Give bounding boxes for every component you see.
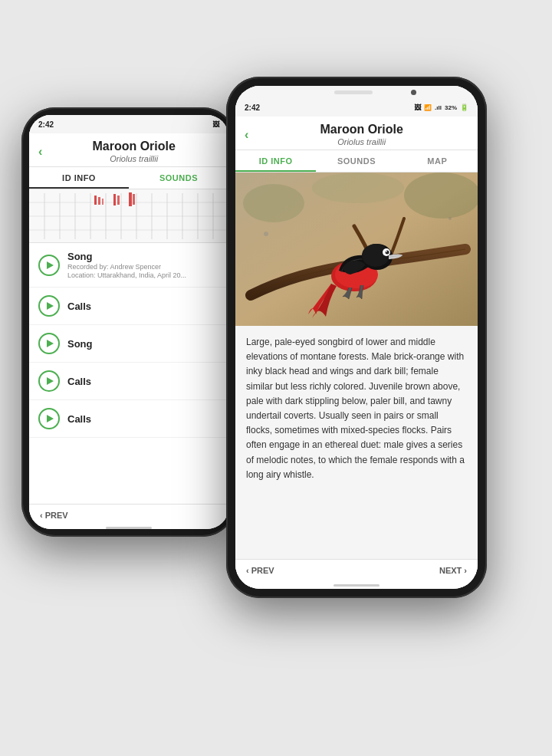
back-sound-meta-0b: Location: Uttarakhand, India, April 20..… <box>67 271 219 279</box>
svg-rect-22 <box>133 194 135 205</box>
back-waveform <box>29 189 228 243</box>
front-description-text: Large, pale-eyed songbird of lower and m… <box>246 335 467 482</box>
back-sound-meta-0a: Recorded by: Andrew Spencer <box>67 263 219 271</box>
front-status-bar: 2:42 🖼 📶 .ıll 32% 🔋 <box>235 98 478 117</box>
front-tab-map[interactable]: MAP <box>397 150 478 172</box>
back-phone: 2:42 🖼 ‹ Maroon Oriole Oriolus traillii <box>21 107 236 537</box>
back-tab-sounds[interactable]: SOUNDS <box>129 167 228 189</box>
back-sound-title-4: Calls <box>67 413 219 425</box>
back-tabs: ID INFO SOUNDS <box>29 167 228 189</box>
svg-point-26 <box>312 173 404 203</box>
back-sound-title-3: Calls <box>67 376 219 387</box>
svg-point-36 <box>449 217 452 220</box>
front-bottom-nav: ‹ PREV NEXT › <box>235 559 478 581</box>
front-app-header: ‹ Maroon Oriole Oriolus traillii <box>235 117 478 150</box>
back-play-btn-4[interactable] <box>38 408 60 429</box>
back-sound-item-1[interactable]: Calls <box>29 288 228 325</box>
back-sound-item-0[interactable]: Song Recorded by: Andrew Spencer Locatio… <box>29 243 228 288</box>
back-play-btn-1[interactable] <box>38 295 60 317</box>
front-wifi-icon: 📶 <box>424 104 432 111</box>
back-sound-item-4[interactable]: Calls <box>29 400 228 438</box>
back-bottom-nav: ‹ PREV <box>29 504 228 526</box>
svg-rect-17 <box>98 197 100 205</box>
front-battery-label: 32% <box>445 104 457 111</box>
svg-rect-18 <box>102 199 104 205</box>
back-sound-title-1: Calls <box>67 301 219 312</box>
back-status-icons: 🖼 <box>212 120 219 128</box>
front-next-button[interactable]: NEXT › <box>439 566 467 575</box>
front-battery-icon: 🔋 <box>460 104 468 111</box>
back-sounds-list: Song Recorded by: Andrew Spencer Locatio… <box>29 243 228 504</box>
front-signal-icon: .ıll <box>435 104 442 111</box>
front-bird-image <box>235 173 478 326</box>
back-play-icon-4 <box>47 415 54 422</box>
front-earpiece <box>334 90 373 94</box>
front-home-bar-container <box>235 581 478 589</box>
front-camera-area <box>235 86 478 98</box>
back-time: 2:42 <box>38 120 54 129</box>
back-tab-id-info[interactable]: ID INFO <box>29 167 129 189</box>
svg-rect-20 <box>117 196 120 205</box>
svg-point-25 <box>404 173 478 219</box>
back-app-header: ‹ Maroon Oriole Oriolus traillii <box>29 133 228 167</box>
back-prev-button[interactable]: ‹ PREV <box>40 511 68 520</box>
svg-point-35 <box>264 232 268 236</box>
svg-rect-21 <box>129 192 132 206</box>
svg-rect-16 <box>94 196 97 205</box>
front-tab-id-info[interactable]: ID INFO <box>235 150 316 172</box>
back-sound-title-0: Song <box>67 251 219 262</box>
back-play-icon-0 <box>47 261 54 269</box>
scene: 2:42 🖼 ‹ Maroon Oriole Oriolus traillii <box>0 0 552 756</box>
svg-point-34 <box>386 251 387 252</box>
svg-rect-19 <box>113 194 116 205</box>
front-tab-sounds[interactable]: SOUNDS <box>316 150 396 172</box>
svg-point-24 <box>243 184 304 222</box>
front-bird-latin: Oriolus traillii <box>255 137 468 146</box>
front-time: 2:42 <box>245 104 260 112</box>
front-image-icon: 🖼 <box>414 104 421 111</box>
front-tabs: ID INFO SOUNDS MAP <box>235 150 478 173</box>
front-prev-button[interactable]: ‹ PREV <box>246 566 274 575</box>
front-bird-name: Maroon Oriole <box>255 123 468 136</box>
front-description: Large, pale-eyed songbird of lower and m… <box>235 326 478 559</box>
back-bird-name: Maroon Oriole <box>48 140 219 153</box>
svg-point-33 <box>386 251 389 255</box>
back-sound-item-3[interactable]: Calls <box>29 363 228 400</box>
back-sound-title-2: Song <box>67 338 219 350</box>
back-bird-latin: Oriolus traillii <box>48 154 219 163</box>
back-play-icon-2 <box>47 340 54 347</box>
back-sound-info-3: Calls <box>67 376 219 387</box>
back-play-btn-2[interactable] <box>38 333 60 354</box>
back-play-icon-1 <box>47 302 54 310</box>
front-back-button[interactable]: ‹ <box>245 128 248 142</box>
back-play-icon-3 <box>47 377 54 385</box>
back-sound-info-0: Song Recorded by: Andrew Spencer Locatio… <box>67 251 219 279</box>
front-status-icons: 🖼 📶 .ıll 32% 🔋 <box>414 104 468 111</box>
front-camera-dot <box>411 90 416 95</box>
back-sound-info-4: Calls <box>67 413 219 425</box>
back-image-icon: 🖼 <box>212 120 219 128</box>
front-home-bar <box>334 584 380 587</box>
front-phone: 2:42 🖼 📶 .ıll 32% 🔋 ‹ Maroon Oriole <box>226 77 487 598</box>
back-scroll-indicator <box>106 527 152 529</box>
back-sound-info-2: Song <box>67 338 219 350</box>
back-play-btn-0[interactable] <box>38 255 60 276</box>
back-play-btn-3[interactable] <box>38 370 60 392</box>
back-sound-item-2[interactable]: Song <box>29 325 228 363</box>
back-back-button[interactable]: ‹ <box>38 145 42 159</box>
back-status-bar: 2:42 🖼 <box>29 115 228 133</box>
back-sound-info-1: Calls <box>67 301 219 312</box>
